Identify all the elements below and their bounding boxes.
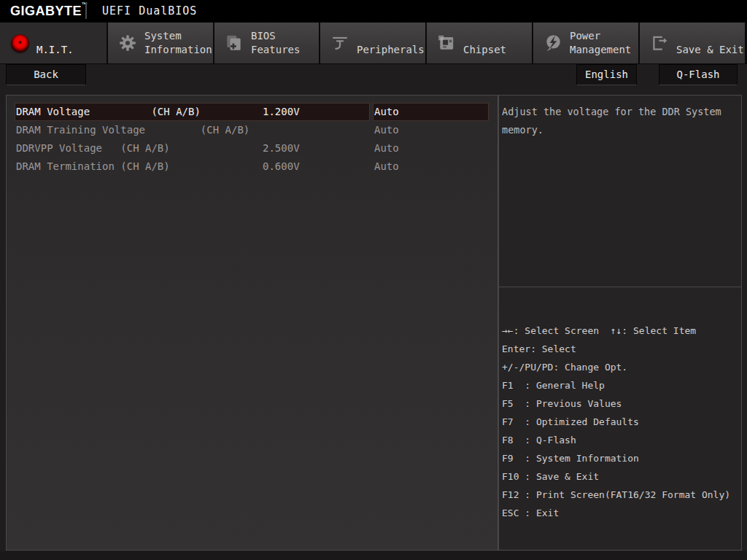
- setting-row-ddrvpp-voltage[interactable]: DDRVPP Voltage (CH A/B) 2.500V Auto: [7, 139, 498, 158]
- tab-system-information[interactable]: SystemInformation: [108, 23, 213, 63]
- shortcut-change-opt: +/-/PU/PD: Change Opt.: [502, 358, 740, 376]
- shortcut-f12: F12 : Print Screen(FAT16/32 Format Only): [502, 486, 740, 504]
- exit-door-icon: [650, 34, 669, 52]
- help-panel: Adjust the voltage for the DDR System me…: [498, 95, 742, 551]
- bottom-strip: [0, 551, 747, 560]
- setting-option[interactable]: Auto: [374, 139, 399, 158]
- setting-label: DRAM Training Voltage (CH A/B): [16, 121, 249, 139]
- topbar-divider: [85, 3, 87, 19]
- shortcut-esc: ESC : Exit: [502, 504, 740, 522]
- gigabyte-logo: GIGABYTE™: [10, 0, 88, 22]
- setting-value: 2.500V: [263, 139, 300, 158]
- shortcut-legend: →←: Select Screen ↑↓: Select Item Enter:…: [502, 322, 740, 522]
- setting-row-dram-termination[interactable]: DRAM Termination (CH A/B) 0.600V Auto: [7, 158, 498, 176]
- help-description: Adjust the voltage for the DDR System me…: [502, 103, 738, 139]
- back-button[interactable]: Back: [6, 64, 86, 85]
- tab-bar: M.I.T. SystemInformation: [0, 22, 747, 64]
- setting-row-dram-voltage[interactable]: DRAM Voltage (CH A/B) 1.200V Auto: [7, 103, 498, 121]
- setting-row-dram-training-voltage[interactable]: DRAM Training Voltage (CH A/B) Auto: [7, 121, 498, 139]
- tab-chipset[interactable]: Chipset: [427, 23, 532, 63]
- shortcut-f1: F1 : General Help: [502, 376, 740, 394]
- setting-option[interactable]: Auto: [374, 121, 399, 139]
- tab-save-exit[interactable]: Save & Exit: [640, 23, 745, 63]
- language-button[interactable]: English: [576, 64, 637, 85]
- firmware-title: UEFI DualBIOS: [102, 0, 197, 22]
- chip-icon: [437, 34, 456, 52]
- shortcut-select-screen: →←: Select Screen ↑↓: Select Item: [502, 322, 740, 340]
- help-panel-divider: [499, 287, 741, 287]
- setting-option[interactable]: Auto: [374, 103, 399, 121]
- settings-panel: DRAM Voltage (CH A/B) 1.200V Auto DRAM T…: [6, 95, 498, 551]
- shortcut-f9: F9 : System Information: [502, 449, 740, 467]
- shortcut-f8: F8 : Q-Flash: [502, 431, 740, 449]
- setting-label: DDRVPP Voltage (CH A/B): [16, 139, 170, 158]
- peripherals-icon: [330, 34, 349, 52]
- documents-plus-icon: [225, 34, 244, 52]
- red-dot-icon: [10, 34, 29, 52]
- lightning-icon: [543, 34, 562, 52]
- tab-mit[interactable]: M.I.T.: [0, 23, 107, 63]
- setting-label: DRAM Voltage (CH A/B): [16, 103, 201, 121]
- tab-power-management[interactable]: PowerManagement: [533, 23, 638, 63]
- bios-screen: GIGABYTE™ UEFI DualBIOS M.I.T.: [0, 0, 747, 560]
- shortcut-f10: F10 : Save & Exit: [502, 467, 740, 486]
- shortcut-f5: F5 : Previous Values: [502, 394, 740, 413]
- qflash-button[interactable]: Q-Flash: [659, 64, 738, 85]
- top-bar: GIGABYTE™ UEFI DualBIOS: [0, 0, 747, 22]
- setting-option[interactable]: Auto: [374, 158, 399, 176]
- shortcut-f7: F7 : Optimized Defaults: [502, 413, 740, 431]
- setting-label: DRAM Termination (CH A/B): [16, 158, 170, 176]
- gear-icon: [118, 34, 137, 52]
- setting-value: 0.600V: [263, 158, 300, 176]
- tab-bios-features[interactable]: BIOSFeatures: [214, 23, 319, 63]
- setting-value: 1.200V: [263, 103, 300, 121]
- shortcut-enter: Enter: Select: [502, 340, 740, 358]
- tab-peripherals[interactable]: Peripherals: [320, 23, 425, 63]
